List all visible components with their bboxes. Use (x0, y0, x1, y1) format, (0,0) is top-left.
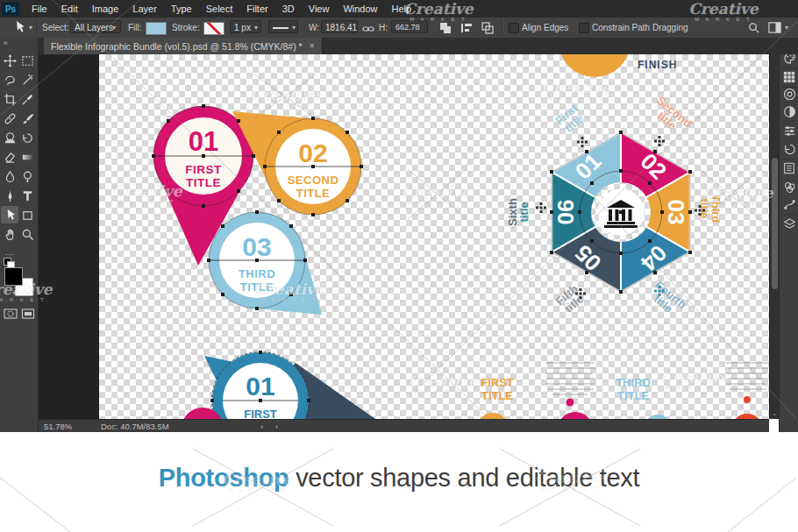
panel-icon-strip: « (779, 38, 798, 432)
workspace-switcher-icon[interactable] (768, 21, 781, 38)
actions-panel-icon[interactable] (781, 160, 797, 176)
menu-layer[interactable]: Layer (125, 0, 164, 18)
toolbar-more-icon[interactable]: ... (5, 248, 15, 257)
path-selection-tool-icon[interactable] (12, 20, 26, 38)
eraser-tool[interactable] (1, 148, 18, 166)
quick-selection-tool[interactable] (18, 71, 36, 89)
tool-preset-caret[interactable]: ▾ (29, 24, 32, 32)
marquee-tool[interactable] (18, 52, 36, 69)
bottom-third-title-1: THIRD (616, 376, 651, 389)
divider (781, 214, 797, 215)
paths-panel-icon[interactable] (781, 196, 797, 212)
tools-panel: « ... (0, 38, 39, 432)
select-mode-caret[interactable]: ▾ (112, 24, 116, 32)
pin-03-line2: TITLE (240, 280, 274, 294)
menu-3d[interactable]: 3D (275, 0, 302, 18)
rectangle-tool[interactable] (18, 206, 36, 223)
menu-edit[interactable]: Edit (54, 0, 85, 18)
caption-band: Photoshop vector shapes and editable tex… (0, 432, 798, 532)
menu-view[interactable]: View (302, 0, 337, 18)
menu-select[interactable]: Select (199, 0, 240, 18)
bottom-pin-number: 01 (246, 372, 274, 401)
menu-help[interactable]: Help (385, 0, 419, 18)
constrain-path-checkbox[interactable] (579, 23, 589, 33)
label-sixth-title: Sixthtitle (506, 198, 531, 226)
path-arrangement-icon[interactable] (481, 21, 495, 39)
photoshop-logo: Ps (2, 2, 19, 16)
document-tab-title: Flexible Infographic Bundle (vol.5).psd … (51, 41, 303, 52)
bottom-orange-arc (477, 413, 509, 419)
link-dimensions-icon[interactable] (362, 22, 374, 38)
stroke-swatch[interactable] (203, 22, 224, 35)
caption-brand: Photoshop (159, 464, 289, 492)
pin-01-line2: TITLE (186, 176, 221, 189)
zoom-tool[interactable] (18, 225, 36, 243)
bottom-first-title-1: FIRST (481, 376, 514, 389)
move-tool[interactable] (1, 52, 18, 69)
scrollbar-thumb[interactable] (772, 158, 778, 289)
bottom-pin-01: 01 FIRST TITLE (204, 352, 375, 420)
materials-panel-icon[interactable] (781, 179, 797, 195)
foreground-color-swatch[interactable] (4, 267, 23, 286)
pin-03-line1: THIRD (239, 267, 275, 280)
quick-mask-icon[interactable] (2, 305, 19, 323)
canvas-area[interactable]: FINISH 01 FIRST TITLE 02 SECOND TITLE (39, 54, 769, 419)
brush-tool[interactable] (18, 110, 36, 127)
properties-panel-icon[interactable] (781, 123, 797, 138)
finish-text: FINISH (638, 59, 677, 71)
screenshot-stage: Ps File Edit Image Layer Type Select Fil… (0, 0, 798, 532)
vertical-scrollbar[interactable]: ⌄ (769, 54, 779, 419)
swatches-panel-icon[interactable] (781, 69, 797, 85)
stroke-width-caret[interactable]: ▾ (254, 24, 258, 32)
type-tool[interactable] (18, 187, 36, 204)
align-edges-checkbox[interactable] (509, 23, 519, 33)
menu-filter[interactable]: Filter (239, 0, 274, 18)
path-operations-icon[interactable] (438, 21, 452, 39)
document-tab[interactable]: Flexible Infographic Bundle (vol.5).psd … (44, 38, 323, 54)
bottom-pink-pin (558, 412, 593, 419)
search-icon[interactable] (747, 21, 760, 38)
select-label: Select: (42, 23, 69, 32)
toolbar-collapse-icon[interactable]: « (4, 39, 8, 47)
shape-width-field[interactable]: 1816.41 (321, 20, 358, 33)
eyedropper-tool[interactable] (18, 90, 36, 108)
lasso-tool[interactable] (1, 71, 18, 89)
status-prev-icon[interactable]: ‹ (275, 422, 278, 431)
history-panel-icon[interactable] (781, 141, 797, 157)
clone-stamp-tool[interactable] (1, 129, 18, 146)
pin-02-line1: SECOND (288, 174, 339, 187)
status-next-icon[interactable]: › (260, 422, 263, 431)
path-alignment-icon[interactable] (460, 21, 474, 39)
tab-close-icon[interactable]: × (310, 41, 315, 51)
shape-height-field[interactable]: 662.78 p (391, 20, 428, 33)
adjustments-panel-icon[interactable] (781, 103, 797, 119)
menu-type[interactable]: Type (164, 0, 199, 18)
dodge-tool[interactable] (18, 167, 36, 185)
hand-tool[interactable] (1, 225, 18, 243)
separator (37, 19, 39, 35)
gradient-tool[interactable] (18, 148, 36, 166)
pen-tool[interactable] (1, 187, 18, 204)
layers-panel-icon[interactable] (781, 216, 797, 231)
stroke-style-caret[interactable]: ▾ (292, 24, 296, 32)
healing-brush-tool[interactable] (1, 110, 18, 127)
pin-01-line1: FIRST (185, 163, 222, 176)
workspace-caret[interactable]: ▾ (785, 24, 788, 32)
crop-tool[interactable] (1, 90, 18, 108)
fill-swatch[interactable] (146, 22, 167, 35)
pin-02-number: 02 (298, 138, 327, 167)
bottom-pink-dot (566, 399, 574, 407)
align-edges-label: Align Edges (522, 23, 568, 32)
scrollbar-down-arrow[interactable]: ⌄ (772, 409, 778, 417)
document-tab-strip: Flexible Infographic Bundle (vol.5).psd … (39, 38, 798, 54)
screen-mode-icon[interactable] (19, 305, 37, 323)
menu-window[interactable]: Window (336, 0, 384, 18)
history-brush-tool[interactable] (18, 129, 36, 146)
blur-tool[interactable] (1, 167, 18, 185)
menu-image[interactable]: Image (85, 0, 126, 18)
options-bar: ▾ Select: All Layers ▾ Fill: Stroke: 1 p… (0, 18, 798, 39)
path-selection-tool[interactable] (1, 206, 18, 223)
libraries-panel-icon[interactable] (781, 86, 797, 102)
zoom-level-field[interactable]: 51.78% (44, 422, 72, 431)
menu-file[interactable]: File (25, 0, 54, 18)
